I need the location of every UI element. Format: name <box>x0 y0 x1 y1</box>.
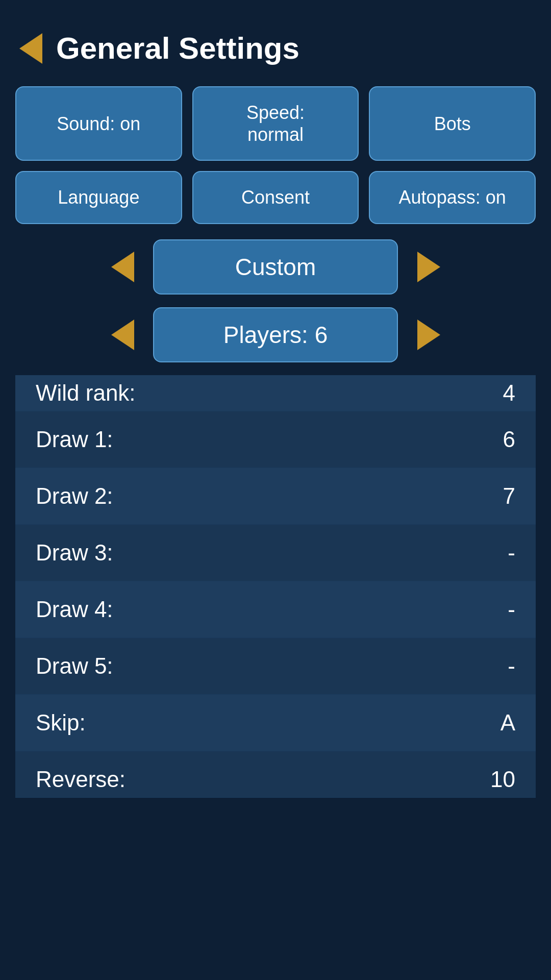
players-right-arrow-icon <box>417 320 440 350</box>
players-left-arrow-icon <box>111 320 134 350</box>
language-button[interactable]: Language <box>15 171 182 224</box>
app-container: General Settings Sound: on Speed:normal … <box>0 0 551 980</box>
custom-button[interactable]: Custom <box>153 239 398 295</box>
players-nav-row: Players: 6 <box>15 307 536 362</box>
reverse-value: 10 <box>474 767 515 792</box>
back-button[interactable] <box>15 33 46 64</box>
players-button[interactable]: Players: 6 <box>153 307 398 362</box>
skip-label: Skip: <box>36 710 86 736</box>
custom-nav-row: Custom <box>15 239 536 295</box>
reverse-label: Reverse: <box>36 767 126 792</box>
custom-prev-button[interactable] <box>107 252 138 282</box>
table-row[interactable]: Draw 4: - <box>15 581 536 638</box>
skip-value: A <box>474 710 515 736</box>
custom-left-arrow-icon <box>111 252 134 282</box>
table-row[interactable]: Draw 2: 7 <box>15 468 536 525</box>
settings-table: Wild rank: 4 Draw 1: 6 Draw 2: 7 Draw 3:… <box>15 375 536 980</box>
table-row[interactable]: Draw 3: - <box>15 525 536 581</box>
table-row[interactable]: Draw 1: 6 <box>15 411 536 468</box>
draw3-label: Draw 3: <box>36 540 113 566</box>
page-title: General Settings <box>56 31 299 66</box>
draw3-value: - <box>474 540 515 566</box>
table-row[interactable]: Reverse: 10 <box>15 751 536 798</box>
custom-right-arrow-icon <box>417 252 440 282</box>
custom-next-button[interactable] <box>413 252 444 282</box>
wild-rank-value: 4 <box>474 380 515 406</box>
players-next-button[interactable] <box>413 320 444 350</box>
draw5-label: Draw 5: <box>36 653 113 679</box>
players-prev-button[interactable] <box>107 320 138 350</box>
bots-button[interactable]: Bots <box>369 86 536 161</box>
draw1-value: 6 <box>474 427 515 452</box>
draw5-value: - <box>474 653 515 679</box>
draw2-value: 7 <box>474 483 515 509</box>
draw4-label: Draw 4: <box>36 597 113 622</box>
speed-button[interactable]: Speed:normal <box>192 86 359 161</box>
draw2-label: Draw 2: <box>36 483 113 509</box>
wild-rank-label: Wild rank: <box>36 380 136 406</box>
draw1-label: Draw 1: <box>36 427 113 452</box>
settings-button-grid: Sound: on Speed:normal Bots Language Con… <box>15 86 536 224</box>
sound-button[interactable]: Sound: on <box>15 86 182 161</box>
table-row[interactable]: Wild rank: 4 <box>15 375 536 411</box>
header: General Settings <box>15 20 536 66</box>
consent-button[interactable]: Consent <box>192 171 359 224</box>
back-arrow-icon <box>19 33 42 64</box>
draw4-value: - <box>474 597 515 622</box>
table-row[interactable]: Draw 5: - <box>15 638 536 695</box>
autopass-button[interactable]: Autopass: on <box>369 171 536 224</box>
table-row[interactable]: Skip: A <box>15 695 536 751</box>
